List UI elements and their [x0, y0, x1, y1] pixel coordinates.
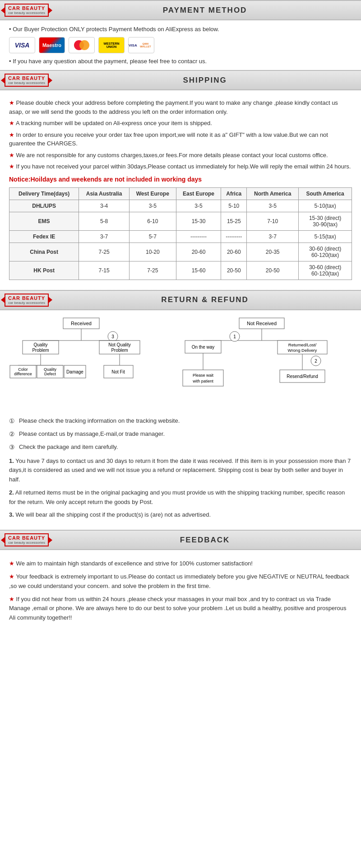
return-list-item: 3. We will bear all the shipping cost if… [9, 510, 352, 520]
numbered-points: ①Please check the tracking information o… [9, 416, 352, 452]
shipping-table-header: Asia Australia [79, 187, 130, 200]
feedback-section: CAR BEAUTY car beauty accessories FEEDBA… [0, 530, 361, 632]
shipping-table-cell: 30-60 (direct) 60-120(tax) [299, 243, 352, 261]
svg-text:Quality: Quality [44, 367, 57, 372]
svg-text:On the way: On the way [192, 345, 215, 350]
shipping-header: CAR BEAUTY car beauty accessories SHIPPI… [0, 70, 361, 90]
shipping-table-header: West Europe [129, 187, 176, 200]
shipping-table-body: DHL/UPS3-43-53-55-103-55-10(tax)EMS5-86-… [9, 200, 352, 280]
svg-rect-42 [183, 370, 223, 386]
svg-text:Wrong Delivery: Wrong Delivery [288, 348, 317, 353]
shipping-table-cell: HK Post [9, 261, 79, 280]
svg-text:Please wait: Please wait [193, 373, 214, 378]
return-logo-arrow-right [48, 296, 52, 303]
flowchart-svg: Received 3 Quality Problem Not Quality P… [9, 316, 352, 411]
shipping-table-cell: 5-10 [221, 200, 247, 212]
return-logo-sub: car beauty accessories [8, 301, 45, 305]
svg-text:Received: Received [71, 321, 92, 326]
shipping-table-cell: 7-25 [79, 243, 130, 261]
numbered-point-item: ②Please contact us by massage,E-mail,or … [9, 429, 352, 439]
shipping-table-row: DHL/UPS3-43-53-55-103-55-10(tax) [9, 200, 352, 212]
return-logo-arrow-left [1, 296, 5, 303]
shipping-table-cell: 15-60 [176, 261, 221, 280]
svg-text:1: 1 [233, 334, 236, 339]
shipping-notice-red: Notice:Hoildays and weekends are not inc… [9, 176, 352, 183]
shipping-table-cell: 7-10 [247, 212, 299, 230]
logo-box: CAR BEAUTY car beauty accessories [5, 4, 49, 17]
svg-text:Not Received: Not Received [247, 321, 277, 326]
shipping-table-header: South America [299, 187, 352, 200]
svg-text:Problem: Problem [111, 348, 128, 353]
shipping-logo-box: CAR BEAUTY car beauty accessories [5, 74, 49, 87]
shipping-table-cell: 30-60 (direct) 60-120(tax) [299, 261, 352, 280]
feedback-logo-arrow-left [1, 537, 5, 544]
return-section: CAR BEAUTY car beauty accessories RETURN… [0, 290, 361, 530]
shipping-logo-sub: car beauty accessories [8, 81, 45, 85]
shipping-table-header: Africa [221, 187, 247, 200]
shipping-table-head: Delivery Time(days)Asia AustraliaWest Eu… [9, 187, 352, 200]
shipping-point: ★ In order to ensure you receive your or… [9, 131, 352, 148]
svg-text:Resend/Refund: Resend/Refund [287, 374, 318, 379]
shipping-table-cell: DHL/UPS [9, 200, 79, 212]
logo-top: CAR BEAUTY [8, 5, 45, 11]
shipping-logo-top: CAR BEAUTY [8, 75, 45, 81]
payment-icons: VISA Maestro WESTERNUNION VISA QIWI WALL… [9, 37, 352, 53]
payment-header: CAR BEAUTY car beauty accessories PAYMEN… [0, 0, 361, 20]
shipping-table-cell: 5-7 [129, 230, 176, 243]
svg-text:2: 2 [315, 359, 317, 364]
shipping-section: CAR BEAUTY car beauty accessories SHIPPI… [0, 70, 361, 290]
return-list-item: 2. All returned items must be in the ori… [9, 488, 352, 507]
shipping-table-cell: Fedex IE [9, 230, 79, 243]
feedback-point: ★ Your feedback is extremely important t… [9, 572, 352, 591]
logo-arrow-right [48, 7, 52, 14]
svg-text:difference: difference [14, 372, 32, 376]
visa-qiwi-icon: VISA QIWI WALLET [128, 37, 154, 53]
return-title: RETURN & REFUND [53, 295, 356, 304]
shipping-table-cell: 3-7 [247, 230, 299, 243]
shipping-table-cell: 5-10(tax) [299, 200, 352, 212]
shipping-table-cell: --------- [176, 230, 221, 243]
logo-arrow-left [1, 7, 5, 14]
shipping-point: ★ If you have not received your parcel w… [9, 162, 352, 171]
svg-text:3: 3 [111, 334, 114, 339]
shipping-table-cell: --------- [221, 230, 247, 243]
shipping-table-cell: China Post [9, 243, 79, 261]
shipping-table-cell: 3-5 [129, 200, 176, 212]
svg-text:Not Fit: Not Fit [111, 369, 125, 374]
feedback-logo-arrow-right [48, 537, 52, 544]
return-logo-top: CAR BEAUTY [8, 295, 45, 301]
shipping-table-cell: 5-8 [79, 212, 130, 230]
numbered-point-item: ①Please check the tracking information o… [9, 416, 352, 426]
shipping-table-row: HK Post7-157-2515-6020-5020-5030-60 (dir… [9, 261, 352, 280]
shipping-points: ★ Please double check your address befor… [9, 98, 352, 171]
shipping-table-cell: EMS [9, 212, 79, 230]
shipping-point: ★ A tracking number will be updated on A… [9, 119, 352, 128]
western-union-icon: WESTERNUNION [98, 37, 125, 53]
payment-section: CAR BEAUTY car beauty accessories PAYMEN… [0, 0, 361, 70]
shipping-table-cell: 3-7 [79, 230, 130, 243]
shipping-table-row: Fedex IE3-75-7------------------3-75-15(… [9, 230, 352, 243]
shipping-point: ★ Please double check your address befor… [9, 98, 352, 116]
shipping-table-cell: 7-25 [129, 261, 176, 280]
shipping-table-row: EMS5-86-1015-3015-257-1015-30 (direct) 3… [9, 212, 352, 230]
shipping-table-header: East Europe [176, 187, 221, 200]
feedback-logo-top: CAR BEAUTY [8, 535, 45, 541]
shipping-table-header: Delivery Time(days) [9, 187, 79, 200]
visa-icon: VISA [9, 37, 35, 53]
svg-text:Defect: Defect [44, 372, 56, 376]
feedback-points: ★ We aim to maintain high standards of e… [9, 559, 352, 623]
svg-text:Damage: Damage [66, 369, 83, 374]
shipping-table-cell: 5-15(tax) [299, 230, 352, 243]
shipping-table-cell: 15-30 (direct) 30-90(tax) [299, 212, 352, 230]
shipping-table-cell: 15-25 [221, 212, 247, 230]
feedback-logo-sub: car beauty accessories [8, 541, 45, 545]
feedback-point: ★ We aim to maintain high standards of e… [9, 559, 352, 569]
return-list-item: 1. You have 7 days to contact us and 30 … [9, 457, 352, 485]
shipping-table-cell: 10-20 [129, 243, 176, 261]
shipping-title: SHIPPING [53, 76, 356, 85]
shipping-content: ★ Please double check your address befor… [0, 90, 361, 290]
shipping-table-cell: 20-50 [221, 261, 247, 280]
feedback-header: CAR BEAUTY car beauty accessories FEEDBA… [0, 530, 361, 550]
shipping-table-cell: 20-50 [247, 261, 299, 280]
svg-text:Color: Color [18, 367, 28, 372]
